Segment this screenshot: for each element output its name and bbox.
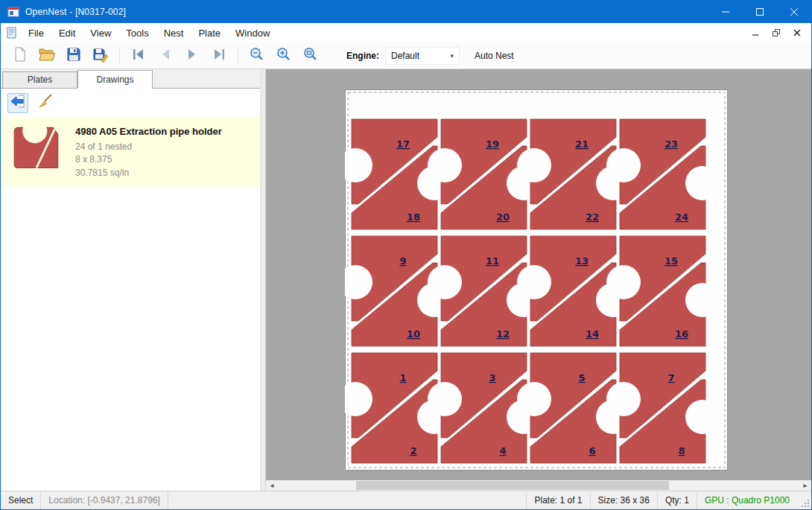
part-number: 5: [578, 372, 585, 383]
part-number: 16: [675, 328, 688, 340]
part-number: 6: [589, 445, 595, 456]
part-number: 24: [675, 211, 688, 223]
pipe-hole: [517, 148, 551, 182]
part-number: 12: [496, 328, 510, 340]
go-last-button[interactable]: [206, 45, 232, 67]
horizontal-scrollbar[interactable]: ◄ ►: [266, 480, 811, 491]
plate-sheet[interactable]: 171819202122232491011121314151612345678: [345, 89, 728, 474]
menu-edit[interactable]: Edit: [51, 23, 83, 42]
scroll-right-arrow[interactable]: ►: [799, 480, 811, 491]
menu-items: FileEditViewToolsNestPlateWindow: [21, 23, 277, 42]
part-number: 8: [678, 445, 685, 456]
mdi-restore-button[interactable]: [767, 25, 786, 40]
save-as-button[interactable]: [87, 45, 114, 67]
part-number: 4: [499, 445, 506, 456]
pipe-hole: [606, 382, 641, 416]
mdi-close-button[interactable]: [787, 25, 807, 40]
pipe-hole: [685, 283, 720, 317]
new-file-icon: [12, 46, 28, 66]
pipe-hole: [606, 148, 641, 182]
menu-plate[interactable]: Plate: [191, 23, 228, 42]
toolbar-separator: [119, 47, 120, 65]
main-area: Plates Drawings: [1, 69, 811, 491]
part-number: 1: [399, 372, 406, 383]
save-button[interactable]: [60, 45, 87, 67]
pipe-hole: [428, 148, 462, 182]
part-number: 18: [407, 211, 420, 223]
tab-drawings[interactable]: Drawings: [77, 70, 153, 89]
drawings-toolbar: [1, 89, 260, 117]
drawing-size: 8 x 8.375: [75, 153, 222, 166]
part-number: 15: [664, 255, 678, 267]
close-button[interactable]: [777, 1, 811, 23]
pipe-hole: [685, 400, 720, 434]
drawing-title: 4980 A05 Extraction pipe holder: [75, 126, 222, 137]
part-number: 23: [664, 138, 678, 150]
chevron-down-icon: ▾: [450, 52, 454, 60]
menu-window[interactable]: Window: [228, 23, 277, 42]
pipe-hole: [606, 265, 641, 299]
scroll-thumb[interactable]: [356, 481, 669, 490]
mdi-minimize-button[interactable]: [746, 25, 765, 40]
new-file-button[interactable]: [7, 45, 34, 67]
status-bar: Select Location: [-0.9437, 21.8796] Plat…: [1, 491, 811, 509]
drawings-panel: 4980 A05 Extraction pipe holder 24 of 1 …: [1, 88, 260, 491]
zoom-fit-button[interactable]: [297, 45, 324, 67]
open-folder-icon: [38, 46, 56, 66]
resize-grip[interactable]: [797, 491, 811, 509]
statusbar-spacer: [168, 491, 527, 509]
scroll-track[interactable]: [278, 480, 799, 491]
menu-nest[interactable]: Nest: [156, 23, 191, 42]
mdi-window-controls: [746, 25, 811, 40]
pipe-hole: [517, 382, 551, 416]
toolbar-separator: [238, 47, 238, 65]
minimize-button[interactable]: [708, 1, 743, 23]
sidebar: Plates Drawings: [1, 69, 260, 491]
menu-file[interactable]: File: [21, 23, 51, 42]
sidebar-tabs: Plates Drawings: [1, 69, 260, 88]
tab-plates[interactable]: Plates: [2, 71, 77, 88]
zoom-in-button[interactable]: [270, 45, 297, 67]
scroll-left-arrow[interactable]: ◄: [266, 480, 278, 491]
menu-bar: FileEditViewToolsNestPlateWindow: [1, 23, 811, 42]
part-number: 22: [586, 211, 599, 223]
maximize-button[interactable]: [743, 1, 777, 23]
engine-select[interactable]: Default ▾: [385, 47, 460, 65]
drawing-nested-count: 24 of 1 nested: [75, 141, 222, 153]
menu-view[interactable]: View: [83, 23, 118, 42]
return-part-button[interactable]: [7, 93, 28, 113]
drawing-meta: 4980 A05 Extraction pipe holder 24 of 1 …: [75, 124, 222, 179]
zoom-in-icon: [276, 46, 292, 66]
part-number: 13: [575, 255, 589, 267]
nest-canvas[interactable]: 171819202122232491011121314151612345678 …: [266, 69, 811, 491]
drawing-area: 30.7815 sq/in: [75, 167, 222, 179]
go-next-icon: [184, 46, 200, 66]
open-file-button[interactable]: [34, 45, 60, 67]
part-number: 21: [575, 138, 589, 150]
auto-nest-button[interactable]: Auto Nest: [475, 51, 514, 61]
zoom-out-button[interactable]: [244, 45, 270, 67]
engine-label: Engine:: [346, 51, 379, 61]
part-number: 7: [667, 372, 674, 383]
part-number: 2: [410, 445, 416, 456]
go-previous-button[interactable]: [152, 45, 179, 67]
drawing-list-item[interactable]: 4980 A05 Extraction pipe holder 24 of 1 …: [1, 117, 260, 187]
engine-value: Default: [391, 51, 419, 61]
panel-splitter[interactable]: [260, 69, 266, 491]
part-number: 11: [486, 255, 499, 267]
title-bar: OpenNest - [N0317-002]: [1, 1, 811, 23]
pipe-hole: [428, 382, 462, 416]
menu-tools[interactable]: Tools: [118, 23, 156, 42]
part-number: 20: [496, 211, 510, 223]
go-first-button[interactable]: [125, 45, 152, 67]
clean-button[interactable]: [35, 93, 56, 113]
plate-status: Plate: 1 of 1: [526, 491, 589, 509]
part-number: 9: [399, 255, 406, 267]
part-number: 17: [396, 138, 410, 150]
broom-icon: [37, 93, 54, 112]
part-number: 19: [486, 138, 499, 150]
app-window: OpenNest - [N0317-002] FileEditViewTools…: [0, 0, 812, 510]
go-next-button[interactable]: [179, 45, 206, 67]
gpu-status: GPU : Quadro P1000: [697, 491, 797, 509]
qty-status: Qty: 1: [657, 491, 697, 509]
